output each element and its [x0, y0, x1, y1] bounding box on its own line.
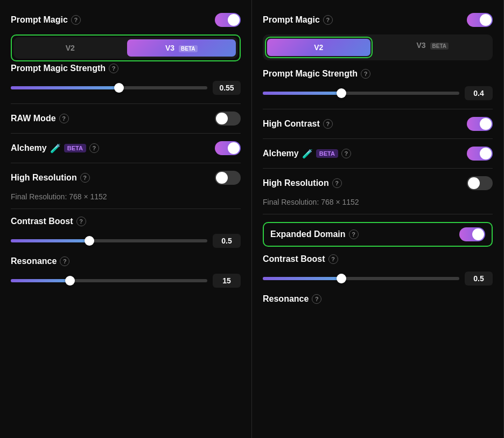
- alchemy-beta-right: BETA: [316, 149, 338, 158]
- contrast-label-row-right: Contrast Boost ?: [263, 254, 493, 264]
- high-res-thumb-right: [468, 177, 480, 189]
- resonance-label-right: Resonance ?: [263, 294, 493, 304]
- pms-label-row-left: Prompt Magic Strength ?: [11, 64, 241, 73]
- version-selector-left: V2 V3 BETA: [13, 37, 238, 59]
- pms-fill-right: [263, 92, 341, 95]
- contrast-fill-left: [11, 239, 89, 242]
- high-res-row-right: High Resolution ?: [263, 176, 493, 190]
- resonance-value-left: 15: [213, 274, 241, 288]
- pms-slider-left[interactable]: [11, 86, 207, 89]
- high-res-thumb-left: [216, 172, 228, 184]
- alchemy-beta-left: BETA: [64, 144, 86, 152]
- contrast-slider-row-right: 0.5: [263, 272, 493, 286]
- alchemy-row-right: Alchemy 🧪 BETA ?: [263, 147, 493, 161]
- prompt-magic-label-right: Prompt Magic ?: [263, 15, 463, 25]
- contrast-help-right[interactable]: ?: [328, 254, 338, 264]
- pms-slider-row-left: 0.55: [11, 81, 241, 95]
- contrast-help-left[interactable]: ?: [76, 217, 86, 226]
- prompt-magic-row-right: Prompt Magic ?: [263, 13, 493, 27]
- high-contrast-thumb-right: [480, 118, 492, 130]
- raw-mode-label-left: RAW Mode ?: [11, 114, 211, 123]
- pms-help-right[interactable]: ?: [361, 69, 370, 79]
- contrast-thumb-right[interactable]: [337, 274, 346, 283]
- divider-2-right: [263, 138, 493, 139]
- raw-mode-help-left[interactable]: ?: [59, 114, 69, 123]
- contrast-fill-right: [263, 277, 341, 280]
- prompt-magic-thumb-left: [228, 14, 240, 26]
- contrast-label-right: Contrast Boost ?: [263, 254, 493, 264]
- alchemy-help-right[interactable]: ?: [341, 149, 351, 158]
- pms-thumb-right[interactable]: [337, 88, 346, 98]
- divider-1-right: [263, 109, 493, 109]
- high-contrast-label-right: High Contrast ?: [263, 119, 463, 129]
- high-contrast-toggle-right[interactable]: [467, 117, 493, 131]
- high-res-label-right: High Resolution ?: [263, 178, 463, 188]
- contrast-slider-left[interactable]: [11, 239, 207, 242]
- resonance-help-right[interactable]: ?: [312, 294, 321, 304]
- raw-mode-toggle-left[interactable]: [215, 112, 241, 126]
- version-v2-right[interactable]: V2: [267, 39, 370, 56]
- alchemy-label-right: Alchemy 🧪 BETA ?: [263, 149, 463, 159]
- prompt-magic-label-left: Prompt Magic ?: [11, 15, 211, 25]
- alchemy-icon-left: 🧪: [50, 143, 61, 154]
- version-v2-outline-right: V2: [265, 37, 373, 58]
- final-res-row-left: Final Resolution: 768 × 1152: [11, 192, 241, 201]
- divider-3-left: [11, 163, 241, 163]
- high-res-label-left: High Resolution ?: [11, 173, 211, 183]
- divider-3-right: [263, 168, 493, 169]
- expanded-domain-row-right: Expanded Domain ?: [270, 227, 485, 241]
- divider-2-left: [11, 133, 241, 134]
- pms-label-row-right: Prompt Magic Strength ?: [263, 69, 493, 79]
- final-res-label-left: Final Resolution: 768 × 1152: [11, 192, 241, 201]
- final-res-label-right: Final Resolution: 768 × 1152: [263, 198, 493, 206]
- expanded-domain-label-right: Expanded Domain ?: [270, 230, 455, 239]
- alchemy-thumb-right: [480, 148, 492, 159]
- alchemy-toggle-right[interactable]: [467, 147, 493, 161]
- resonance-help-left[interactable]: ?: [60, 256, 69, 266]
- pms-help-left[interactable]: ?: [109, 64, 118, 73]
- resonance-slider-left[interactable]: [11, 279, 207, 282]
- resonance-label-row-left: Resonance ?: [11, 256, 241, 266]
- version-selector-right: V2 V3 BETA: [263, 34, 493, 60]
- alchemy-thumb-left: [228, 142, 240, 154]
- pms-value-left: 0.55: [213, 81, 241, 95]
- pms-slider-right[interactable]: [263, 92, 459, 95]
- prompt-magic-toggle-left[interactable]: [215, 13, 241, 27]
- divider-4-left: [11, 208, 241, 209]
- high-contrast-row-right: High Contrast ?: [263, 117, 493, 131]
- contrast-value-right: 0.5: [465, 272, 493, 286]
- divider-1-left: [11, 103, 241, 104]
- expanded-domain-thumb-right: [472, 228, 484, 240]
- version-v3-right[interactable]: V3 BETA: [375, 37, 491, 58]
- high-res-help-right[interactable]: ?: [332, 178, 342, 188]
- pms-label-right: Prompt Magic Strength ?: [263, 69, 493, 79]
- resonance-slider-row-left: 15: [11, 274, 241, 288]
- contrast-slider-row-left: 0.5: [11, 234, 241, 248]
- contrast-value-left: 0.5: [213, 234, 241, 248]
- prompt-magic-help-right[interactable]: ?: [323, 15, 333, 25]
- resonance-label-left: Resonance ?: [11, 256, 241, 266]
- expanded-domain-toggle-right[interactable]: [459, 227, 485, 241]
- version-v3-left[interactable]: V3 BETA: [127, 39, 236, 57]
- alchemy-row-left: Alchemy 🧪 BETA ?: [11, 141, 241, 155]
- contrast-slider-right[interactable]: [263, 277, 459, 280]
- high-contrast-help-right[interactable]: ?: [323, 119, 333, 129]
- high-res-toggle-left[interactable]: [215, 171, 241, 185]
- raw-mode-thumb-left: [216, 113, 228, 124]
- alchemy-toggle-left[interactable]: [215, 141, 241, 155]
- expanded-domain-outline-right: Expanded Domain ?: [263, 222, 493, 247]
- pms-thumb-left[interactable]: [114, 83, 124, 93]
- contrast-thumb-left[interactable]: [85, 236, 94, 246]
- version-v2-left[interactable]: V2: [16, 39, 125, 57]
- prompt-magic-toggle-right[interactable]: [467, 13, 493, 27]
- expanded-domain-help-right[interactable]: ?: [349, 230, 359, 239]
- prompt-magic-thumb-right: [480, 14, 492, 26]
- resonance-label-row-right: Resonance ?: [263, 294, 493, 304]
- high-res-toggle-right[interactable]: [467, 176, 493, 190]
- left-panel: Prompt Magic ? V2 V3 BETA Prompt Magic S…: [0, 0, 252, 438]
- high-res-help-left[interactable]: ?: [80, 173, 90, 183]
- prompt-magic-help-left[interactable]: ?: [71, 15, 81, 25]
- resonance-thumb-left[interactable]: [65, 276, 75, 286]
- alchemy-help-left[interactable]: ?: [89, 143, 99, 153]
- final-res-row-right: Final Resolution: 768 × 1152: [263, 198, 493, 206]
